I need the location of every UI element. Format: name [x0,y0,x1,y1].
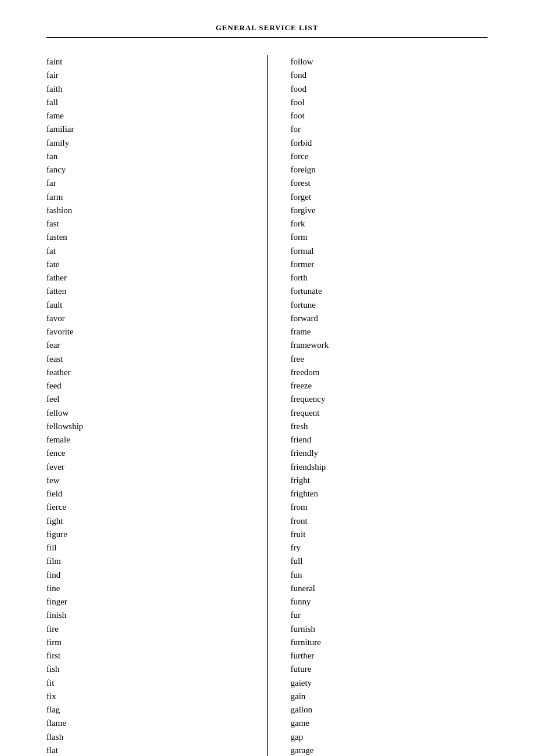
list-item: favor [46,312,244,325]
list-item: flag [46,703,244,717]
list-item: flash [46,730,244,744]
list-item: fan [46,150,244,163]
list-item: female [46,433,244,447]
list-item: fool [291,96,488,109]
list-item: frame [291,325,488,339]
list-item: few [46,474,244,487]
list-item: foot [291,109,488,123]
list-item: finish [46,609,244,622]
list-item: free [291,352,488,366]
list-item: fur [291,609,488,622]
list-item: funeral [291,582,488,595]
list-item: fate [46,258,244,271]
list-item: fresh [291,420,488,433]
list-item: firm [46,636,244,649]
list-item: first [46,649,244,663]
list-item: fall [46,96,244,109]
list-item: fright [291,474,488,487]
list-item: fasten [46,231,244,244]
list-item: forbid [291,136,488,150]
list-item: fix [46,690,244,703]
list-item: frequent [291,406,488,420]
list-item: former [291,258,488,271]
list-item: fish [46,663,244,676]
list-item: gain [291,690,488,703]
list-item: fault [46,298,244,312]
list-item: fork [291,217,488,231]
list-item: forget [291,190,488,204]
list-item: familiar [46,123,244,136]
list-item: faint [46,55,244,69]
list-item: fellow [46,406,244,420]
list-item: feel [46,393,244,406]
list-item: foreign [291,163,488,177]
list-item: fill [46,541,244,555]
list-item: forest [291,177,488,190]
list-item: fit [46,676,244,690]
list-item: find [46,568,244,582]
left-column: faintfairfaithfallfamefamiliarfamilyfanf… [46,55,268,756]
list-item: family [46,136,244,150]
list-item: fun [291,568,488,582]
list-item: fierce [46,501,244,514]
list-item: feed [46,379,244,393]
list-item: farm [46,190,244,204]
list-item: finger [46,595,244,609]
list-item: forward [291,312,488,325]
list-item: furnish [291,622,488,636]
page-header: GENERAL SERVICE LIST [46,23,488,38]
list-item: flat [46,744,244,756]
list-item: figure [46,528,244,541]
page: GENERAL SERVICE LIST faintfairfaithfallf… [0,0,534,756]
list-item: follow [291,55,488,69]
list-item: fair [46,69,244,82]
list-item: fond [291,69,488,82]
list-item: future [291,663,488,676]
list-item: formal [291,244,488,258]
list-item: for [291,123,488,136]
list-item: framework [291,339,488,352]
list-item: fashion [46,204,244,217]
list-item: frighten [291,487,488,501]
list-item: friendly [291,447,488,460]
list-item: fancy [46,163,244,177]
list-item: full [291,555,488,568]
list-item: from [291,501,488,514]
list-item: friendship [291,460,488,474]
list-item: flame [46,717,244,730]
list-item: fight [46,514,244,528]
list-item: gap [291,730,488,744]
list-item: friend [291,433,488,447]
list-item: fear [46,339,244,352]
list-item: fortunate [291,285,488,298]
list-item: fire [46,622,244,636]
list-item: fatten [46,285,244,298]
list-item: fence [46,447,244,460]
list-item: father [46,271,244,285]
list-item: frequency [291,393,488,406]
list-item: fever [46,460,244,474]
list-item: fame [46,109,244,123]
list-item: fast [46,217,244,231]
list-item: feather [46,366,244,379]
list-item: fine [46,582,244,595]
list-item: force [291,150,488,163]
list-item: freeze [291,379,488,393]
list-item: feast [46,352,244,366]
word-list-content: faintfairfaithfallfamefamiliarfamilyfanf… [46,55,488,756]
list-item: game [291,717,488,730]
list-item: fat [46,244,244,258]
list-item: furniture [291,636,488,649]
list-item: gallon [291,703,488,717]
list-item: food [291,82,488,96]
right-column: followfondfoodfoolfootforforbidforcefore… [268,55,488,756]
list-item: favorite [46,325,244,339]
list-item: film [46,555,244,568]
list-item: freedom [291,366,488,379]
list-item: fruit [291,528,488,541]
list-item: further [291,649,488,663]
list-item: fellowship [46,420,244,433]
list-item: garage [291,744,488,756]
list-item: forth [291,271,488,285]
list-item: faith [46,82,244,96]
